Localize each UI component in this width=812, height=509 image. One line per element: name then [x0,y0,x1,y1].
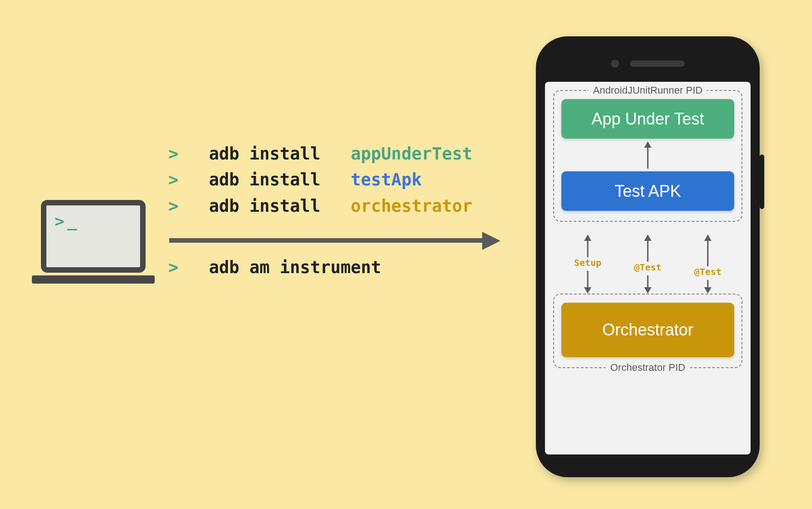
cmd-install-1: adb install [209,144,320,164]
label-setup: Setup [574,257,601,268]
phone-frame: AndroidJUnitRunner PID App Under Test Te… [536,36,760,477]
prompt-4: > [168,258,178,277]
laptop-prompt: >_ [46,205,140,237]
svg-marker-14 [704,235,711,241]
orchestrator-pid-label: Orchestrator PID [554,362,741,374]
svg-marker-2 [482,232,500,250]
phone-screen: AndroidJUnitRunner PID App Under Test Te… [545,82,751,454]
terminal-commands: > adb install appUnderTest > adb install… [168,141,472,219]
test1-arrow-col: @Test [634,222,661,294]
cmd-install-3: adb install [209,196,320,216]
test-apk-box: Test APK [561,171,734,211]
label-test2: @Test [694,266,721,277]
cmd-line-2: > adb install testApk [168,167,472,193]
svg-marker-16 [704,287,711,294]
arg-testapk: testApk [351,170,422,190]
arg-orchestrator: orchestrator [351,196,472,216]
arrow-test2-up [702,235,713,266]
test2-arrow-col: @Test [694,222,721,294]
cmd-instrument: adb am instrument [209,258,381,277]
prompt-2: > [168,170,178,190]
flow-arrow [169,237,497,244]
svg-marker-8 [584,287,591,294]
orchestrator-arrows: Setup @Test [553,222,742,294]
arrow-test2-down [702,280,713,294]
orchestrator-pid-group: Orchestrator Orchestrator PID [553,294,742,368]
laptop-base [32,275,155,284]
cmd-line-1: > adb install appUnderTest [168,141,472,167]
setup-arrow-col: Setup [574,222,601,294]
arrow-setup-up [582,235,593,257]
phone-speaker-icon [630,60,685,67]
app-under-test-box: App Under Test [561,99,734,139]
phone-camera-icon [611,60,619,68]
runner-pid-group: AndroidJUnitRunner PID App Under Test Te… [553,90,742,222]
arrow-app-to-test [642,141,653,169]
arrow-test1-up [642,235,653,262]
svg-marker-4 [644,141,651,148]
cmd-install-2: adb install [209,170,320,190]
terminal-commands-below: > adb am instrument [168,254,381,280]
svg-marker-6 [584,235,591,241]
laptop-screen: >_ [41,200,146,273]
prompt-1: > [168,144,178,164]
cmd-line-4: > adb am instrument [168,254,381,280]
arrow-test1-down [642,275,653,294]
runner-pid-label: AndroidJUnitRunner PID [554,85,741,96]
svg-marker-10 [644,235,651,241]
arg-appundertest: appUnderTest [351,144,472,164]
arrow-setup-down [582,271,593,294]
prompt-3: > [168,196,178,216]
orchestrator-box: Orchestrator [561,303,734,357]
phone-top-bar [545,45,751,82]
laptop-icon: >_ [32,200,155,300]
flow-arrow-head [482,232,500,250]
label-test1: @Test [634,262,661,273]
cmd-line-3: > adb install orchestrator [168,193,472,219]
svg-marker-12 [644,287,651,294]
